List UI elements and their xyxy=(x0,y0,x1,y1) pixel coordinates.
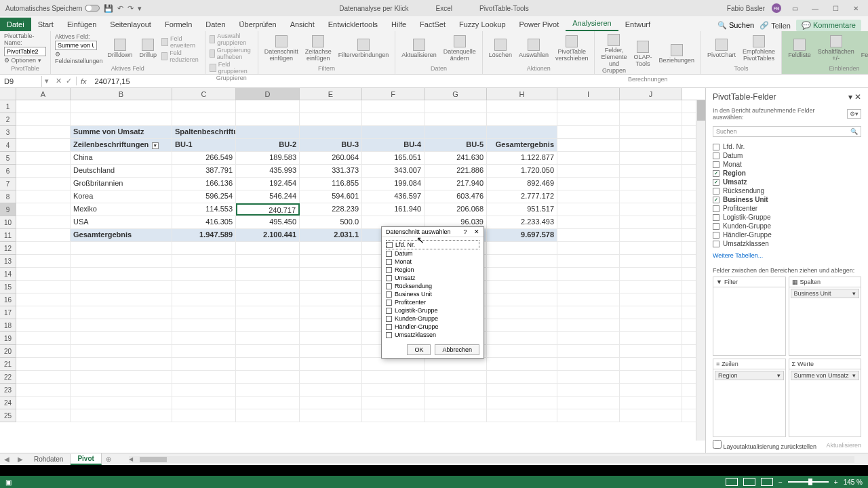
cell[interactable]: 217.940 xyxy=(425,178,487,190)
slicer-field-item[interactable]: Region xyxy=(386,266,479,274)
cell[interactable] xyxy=(557,152,620,164)
slicer-field-item[interactable]: Monat xyxy=(386,258,479,266)
cell[interactable] xyxy=(236,332,300,344)
col-header-e[interactable]: E xyxy=(300,88,362,100)
tab-factset[interactable]: FactSet xyxy=(413,18,452,31)
cell[interactable] xyxy=(487,306,557,319)
name-box[interactable]: D9 xyxy=(0,76,42,87)
field-pane-close-icon[interactable]: ✕ xyxy=(854,92,861,102)
slicer-field-item[interactable]: Logistik-Gruppe xyxy=(386,306,479,314)
cell[interactable]: 435.993 xyxy=(236,165,300,177)
row-chip[interactable]: Region▾ xyxy=(715,371,784,380)
cell[interactable]: 166.136 xyxy=(172,178,236,190)
zoom-slider[interactable] xyxy=(788,481,829,483)
cell[interactable] xyxy=(620,396,682,409)
cell[interactable] xyxy=(620,152,682,164)
cell[interactable]: 260.064 xyxy=(300,152,362,164)
cell[interactable] xyxy=(236,306,300,319)
cell[interactable] xyxy=(620,242,682,254)
col-header-i[interactable]: I xyxy=(557,88,620,100)
cell[interactable] xyxy=(172,371,236,383)
cell[interactable] xyxy=(300,306,362,319)
save-icon[interactable]: 💾 xyxy=(104,4,113,13)
slicer-field-item[interactable]: Händler-Gruppe xyxy=(386,323,479,331)
cell[interactable] xyxy=(300,268,362,280)
cell[interactable]: 165.051 xyxy=(362,152,425,164)
add-sheet-icon[interactable]: ⊕ xyxy=(102,455,115,463)
zoom-in-icon[interactable]: + xyxy=(834,479,838,486)
cell[interactable] xyxy=(16,139,71,151)
cell[interactable] xyxy=(71,371,172,383)
row-header-23[interactable]: 23 xyxy=(0,384,16,396)
cell[interactable] xyxy=(16,371,71,383)
tab-fuzzylookup[interactable]: Fuzzy Lookup xyxy=(452,18,512,31)
cell[interactable] xyxy=(620,332,682,344)
cell[interactable] xyxy=(71,396,172,409)
cell[interactable] xyxy=(425,384,487,396)
cell[interactable] xyxy=(487,113,557,125)
cell[interactable]: USA xyxy=(71,216,172,228)
cell[interactable] xyxy=(16,203,71,216)
cell[interactable]: 1.122.877 xyxy=(487,152,557,164)
share-button[interactable]: 🔗 Teilen xyxy=(760,21,791,30)
columns-area[interactable]: ▦Spalten Business Unit▾ xyxy=(789,277,862,356)
tab-hilfe[interactable]: Hilfe xyxy=(384,18,413,31)
change-source-button[interactable]: Datenquelle ändern xyxy=(441,34,478,64)
rows-area[interactable]: ≡Zeilen Region▾ xyxy=(713,359,786,438)
cell[interactable] xyxy=(172,281,236,293)
cell[interactable]: Gesamtergebnis xyxy=(71,229,172,241)
cell[interactable] xyxy=(425,100,487,113)
cell[interactable]: 221.886 xyxy=(425,165,487,177)
cell[interactable] xyxy=(16,409,71,422)
filter-area[interactable]: ▼Filter xyxy=(713,277,786,356)
cell[interactable] xyxy=(557,384,620,396)
cell[interactable] xyxy=(172,332,236,344)
cell[interactable] xyxy=(620,268,682,280)
cell[interactable]: 161.940 xyxy=(362,203,425,216)
cell[interactable]: 594.601 xyxy=(300,190,362,203)
cell[interactable]: 596.254 xyxy=(172,190,236,203)
cell[interactable]: BU-4 xyxy=(362,139,425,151)
cell[interactable] xyxy=(16,113,71,125)
cell[interactable] xyxy=(487,293,557,306)
pivot-field-item[interactable]: Lfd. Nr. xyxy=(713,142,861,151)
cell[interactable] xyxy=(300,345,362,357)
cell[interactable] xyxy=(71,345,172,357)
cell[interactable] xyxy=(557,281,620,293)
cell[interactable]: 228.239 xyxy=(300,203,362,216)
row-header-21[interactable]: 21 xyxy=(0,358,16,371)
minimize-icon[interactable]: — xyxy=(808,3,822,13)
cell[interactable] xyxy=(557,358,620,370)
cell[interactable] xyxy=(620,165,682,177)
cell[interactable] xyxy=(487,371,557,383)
column-chip[interactable]: Business Unit▾ xyxy=(791,289,860,298)
cell[interactable] xyxy=(16,319,71,331)
cell[interactable] xyxy=(236,384,300,396)
cell[interactable]: BU-5 xyxy=(425,139,487,151)
tab-entwicklertools[interactable]: Entwicklertools xyxy=(321,18,384,31)
cell[interactable]: 416.305 xyxy=(172,216,236,228)
dialog-cancel-button[interactable]: Abbrechen xyxy=(435,344,479,355)
cell[interactable] xyxy=(620,358,682,370)
row-header-20[interactable]: 20 xyxy=(0,345,16,358)
col-header-h[interactable]: H xyxy=(487,88,557,100)
cell[interactable]: Korea xyxy=(71,190,172,203)
cell[interactable]: 192.454 xyxy=(236,178,300,190)
cell[interactable] xyxy=(236,242,300,254)
cell[interactable] xyxy=(71,293,172,306)
cell[interactable] xyxy=(362,396,425,409)
insert-slicer-button[interactable]: Datenschnitt einfügen xyxy=(262,34,300,64)
pivot-field-item[interactable]: Umsatz xyxy=(713,178,861,186)
cell[interactable] xyxy=(620,281,682,293)
cell[interactable] xyxy=(362,371,425,383)
zoom-out-icon[interactable]: − xyxy=(778,479,783,486)
pivot-field-item[interactable]: Profitcenter xyxy=(713,204,861,213)
cell[interactable] xyxy=(487,100,557,113)
relations-button[interactable]: Beziehungen xyxy=(657,43,697,66)
cell[interactable] xyxy=(557,332,620,344)
cell[interactable]: 387.791 xyxy=(172,165,236,177)
pivot-field-item[interactable]: Logistik-Gruppe xyxy=(713,213,861,222)
cell[interactable] xyxy=(362,358,425,370)
cell[interactable] xyxy=(172,396,236,409)
cell[interactable] xyxy=(557,113,620,125)
